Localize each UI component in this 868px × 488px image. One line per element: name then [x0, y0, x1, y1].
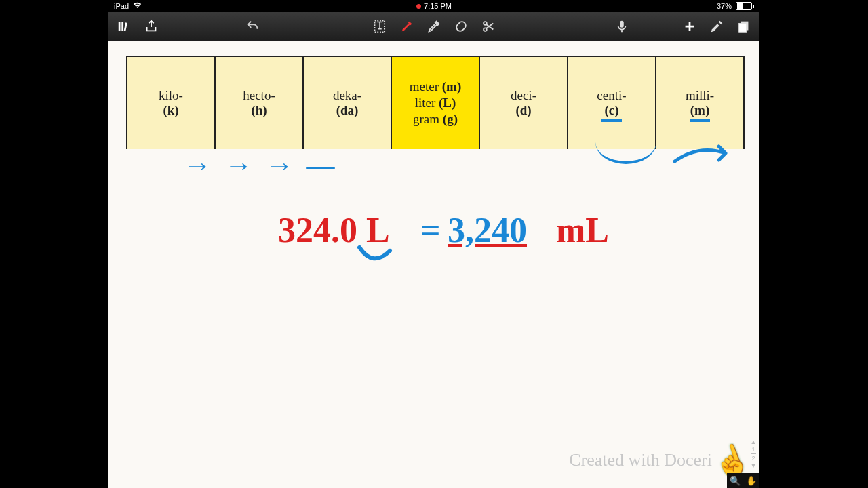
- pan-icon[interactable]: ✋: [746, 476, 757, 486]
- clock: 7:15 PM: [424, 2, 452, 10]
- metric-prefix-table: kilo- (k) hecto- (h) deka- (da) meter (m…: [126, 56, 745, 149]
- whiteboard-canvas[interactable]: kilo- (k) hecto- (h) deka- (da) meter (m…: [108, 41, 760, 488]
- svg-rect-4: [455, 20, 467, 33]
- table-cell-deci: deci- (d): [480, 57, 568, 149]
- pages-icon[interactable]: [735, 18, 753, 35]
- mic-icon[interactable]: [613, 18, 631, 35]
- prefix-abbr: (k): [163, 103, 178, 118]
- battery-icon: [736, 2, 754, 10]
- svg-rect-7: [620, 21, 624, 28]
- status-bar: iPad 7:15 PM 37%: [108, 0, 760, 12]
- handwriting-rhs-unit: mL: [556, 210, 609, 250]
- corner-controls[interactable]: 🔍 ✋: [727, 473, 760, 488]
- eraser-tool-icon[interactable]: [452, 18, 470, 35]
- scissors-tool-icon[interactable]: [479, 18, 497, 35]
- annotation-squiggle: [353, 244, 400, 271]
- annotation-arrows: → → → —: [183, 149, 338, 182]
- ipad-screen: iPad 7:15 PM 37%: [108, 0, 760, 488]
- device-label: iPad: [114, 2, 129, 10]
- share-icon[interactable]: [142, 18, 160, 35]
- annotation-curve: [595, 142, 656, 164]
- text-tool-icon[interactable]: [371, 18, 389, 35]
- table-cell-hecto: hecto- (h): [216, 57, 304, 149]
- svg-rect-1: [121, 22, 123, 31]
- prefix-label: deka-: [333, 88, 361, 103]
- pen-tool-icon[interactable]: [398, 18, 416, 35]
- prefix-label: kilo-: [159, 88, 183, 103]
- prefix-label: hecto-: [243, 88, 275, 103]
- prefix-label: milli-: [686, 88, 714, 103]
- prefix-label: deci-: [511, 88, 536, 103]
- recording-icon: [416, 4, 421, 9]
- svg-rect-9: [739, 23, 747, 32]
- highlighter-tool-icon[interactable]: [425, 18, 443, 35]
- svg-rect-0: [119, 22, 121, 31]
- table-cell-base: meter (m) liter (L) gram (g): [392, 57, 480, 149]
- prefix-abbr: (d): [515, 103, 531, 118]
- library-icon[interactable]: [115, 18, 133, 35]
- zoom-icon[interactable]: 🔍: [730, 476, 741, 486]
- battery-pct: 37%: [717, 2, 732, 10]
- annotation-swoop: [671, 141, 746, 168]
- prefix-abbr: (m): [690, 103, 709, 118]
- handwriting-eq: =: [420, 210, 441, 250]
- table-cell-kilo: kilo- (k): [127, 57, 216, 149]
- svg-rect-2: [124, 22, 127, 30]
- settings-icon[interactable]: [708, 18, 726, 35]
- scroll-indicator: ▲ 1 2 ▼: [749, 439, 758, 469]
- prefix-abbr: (c): [604, 103, 618, 118]
- wifi-icon: [133, 2, 142, 10]
- table-cell-centi: centi- (c): [568, 57, 656, 149]
- prefix-abbr: (h): [251, 103, 267, 118]
- watermark: Created with Doceri: [569, 450, 712, 470]
- svg-point-5: [484, 22, 487, 25]
- table-cell-milli: milli- (m): [656, 57, 743, 149]
- add-icon[interactable]: [681, 18, 698, 35]
- handwriting-rhs-num: 3,240: [448, 210, 527, 250]
- prefix-label: centi-: [597, 88, 626, 103]
- table-cell-deka: deka- (da): [304, 57, 392, 149]
- svg-point-6: [484, 28, 487, 31]
- undo-icon[interactable]: [244, 18, 262, 35]
- app-toolbar: [108, 12, 760, 41]
- prefix-abbr: (da): [336, 103, 359, 118]
